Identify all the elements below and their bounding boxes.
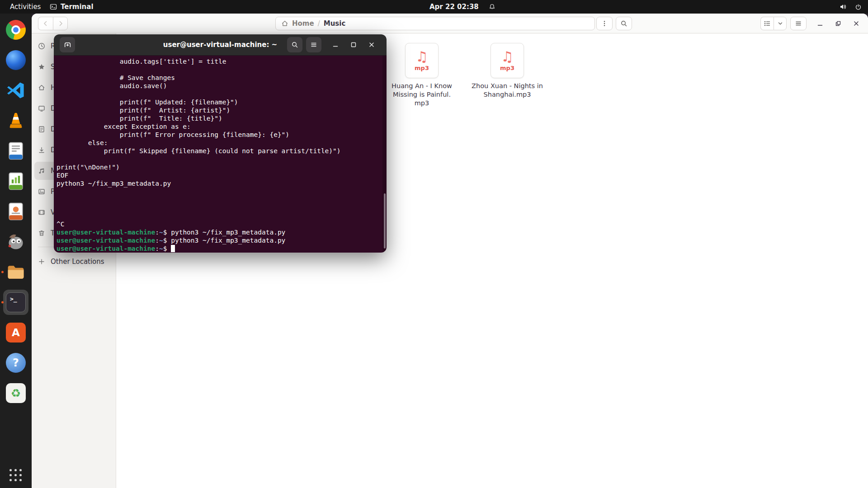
dock-item-firefox[interactable] [3, 47, 28, 73]
dock-item-files[interactable] [3, 259, 28, 285]
dock-item-libreoffice-impress[interactable] [3, 199, 28, 224]
activities-button[interactable]: Activities [6, 0, 44, 14]
ubuntu-software-icon: A [6, 323, 26, 343]
pictures-icon [38, 188, 45, 195]
main-menu-button[interactable] [790, 17, 807, 30]
terminal-headerbar[interactable]: user@user-virtual-machine: ~ [54, 34, 387, 56]
restore-icon [835, 20, 842, 27]
terminal-maximize-button[interactable] [348, 39, 359, 51]
volume-icon [840, 3, 847, 10]
show-applications-button[interactable] [9, 469, 22, 482]
nav-buttons [38, 17, 68, 30]
trash-icon: ♻ [6, 383, 26, 403]
search-icon [620, 20, 627, 27]
dock-item-vlc[interactable] [3, 108, 28, 133]
terminal-minimize-button[interactable] [330, 39, 341, 51]
headerbar-right [760, 17, 863, 30]
chrome-icon [6, 20, 26, 40]
files-headerbar: Home / Music [32, 14, 868, 33]
breadcrumb[interactable]: Home / Music [275, 17, 595, 30]
minimize-icon [816, 20, 824, 27]
dock-item-chrome[interactable] [3, 17, 28, 42]
dock-item-vscode[interactable] [3, 78, 28, 103]
file-item[interactable]: ♫mp3Zhou Xuan - Nights inShanghai.mp3 [464, 43, 550, 99]
hamburger-icon [795, 20, 802, 27]
terminal-close-button[interactable] [366, 39, 377, 51]
downloads-icon [38, 146, 45, 154]
system-menu[interactable] [840, 0, 862, 14]
mp3-file-icon: ♫mp3 [491, 43, 524, 78]
dock-item-terminal[interactable]: >_ [3, 290, 28, 315]
gimp-icon [6, 232, 26, 252]
terminal-app-icon [50, 3, 57, 10]
list-view-button[interactable] [760, 17, 774, 30]
music-note-icon: ♫ [415, 50, 428, 64]
chevron-down-icon [777, 20, 783, 27]
list-view-icon [764, 20, 771, 27]
back-button[interactable] [38, 17, 53, 30]
kebab-icon [601, 20, 608, 27]
view-options-button[interactable] [774, 17, 787, 30]
breadcrumb-home[interactable]: Home [292, 19, 314, 28]
focused-app-label: Terminal [61, 3, 94, 11]
home-icon [38, 84, 45, 91]
focused-app-menu[interactable]: Terminal [50, 0, 94, 14]
file-extension-label: mp3 [500, 65, 514, 71]
libreoffice-writer-icon [6, 141, 26, 161]
dock-item-libreoffice-calc[interactable] [3, 169, 28, 194]
dock-item-help[interactable]: ? [3, 350, 28, 375]
terminal-scrollbar[interactable] [384, 193, 386, 249]
forward-button[interactable] [53, 17, 68, 30]
clock-button[interactable]: Apr 22 02:38 [429, 0, 495, 14]
new-tab-icon [64, 41, 71, 49]
help-icon: ? [6, 353, 26, 373]
dock-item-gimp[interactable] [3, 229, 28, 254]
top-bar: Activities Terminal Apr 22 02:38 [0, 0, 868, 14]
home-icon [281, 20, 288, 27]
music-note-icon: ♫ [501, 50, 514, 64]
terminal-window: user@user-virtual-machine: ~ audio.tags[… [54, 34, 387, 253]
dock: >_A?♻ [0, 14, 32, 488]
starred-icon [38, 63, 45, 70]
dock-item-ubuntu-software[interactable]: A [3, 320, 28, 345]
file-name: Zhou Xuan - Nights inShanghai.mp3 [472, 82, 543, 99]
files-minimize-button[interactable] [814, 17, 826, 30]
close-icon [853, 20, 860, 27]
sidebar-item-label: Other Locations [51, 258, 104, 266]
file-item[interactable]: ♫mp3Huang An - I KnowMissing is Painful.… [379, 43, 465, 108]
path-options-button[interactable] [596, 17, 613, 30]
hamburger-icon [310, 41, 317, 48]
documents-icon [38, 126, 45, 133]
videos-icon [38, 209, 45, 216]
terminal-cursor [171, 245, 175, 252]
sidebar-item-other-locations[interactable]: Other Locations [34, 253, 113, 271]
terminal-icon: >_ [6, 292, 26, 312]
mp3-file-icon: ♫mp3 [405, 43, 439, 78]
files-close-button[interactable] [850, 17, 863, 30]
recent-icon [38, 42, 45, 50]
terminal-screen[interactable]: audio.tags['title'] = title # Save chang… [57, 57, 387, 253]
search-button[interactable] [616, 17, 632, 30]
libreoffice-impress-icon [6, 202, 26, 221]
minimize-icon [332, 41, 339, 48]
file-extension-label: mp3 [415, 65, 429, 71]
firefox-icon [6, 50, 26, 70]
breadcrumb-current[interactable]: Music [324, 19, 346, 28]
power-icon [855, 4, 862, 10]
file-name: Huang An - I KnowMissing is Painful.mp3 [392, 82, 452, 108]
terminal-menu-button[interactable] [306, 37, 321, 52]
new-tab-button[interactable] [60, 37, 75, 52]
dock-item-trash[interactable]: ♻ [3, 380, 28, 406]
activities-label: Activities [10, 3, 41, 11]
trash-icon [38, 230, 45, 237]
files-maximize-button[interactable] [832, 17, 844, 30]
desktop-icon [38, 105, 45, 112]
music-icon [38, 167, 45, 174]
other-icon [38, 258, 45, 265]
clock-label: Apr 22 02:38 [429, 3, 479, 11]
terminal-search-button[interactable] [287, 37, 302, 52]
files-icon [6, 262, 26, 282]
libreoffice-calc-icon [6, 171, 26, 191]
terminal-body: audio.tags['title'] = title # Save chang… [54, 56, 387, 253]
dock-item-libreoffice-writer[interactable] [3, 138, 28, 164]
